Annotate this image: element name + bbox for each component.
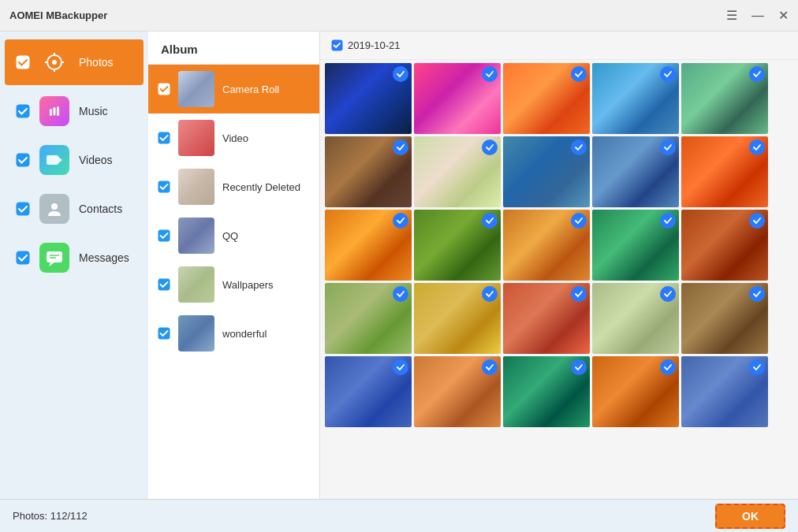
contacts-icon bbox=[39, 194, 69, 224]
photo-check-icon bbox=[393, 286, 408, 302]
videos-icon bbox=[39, 145, 69, 175]
svg-marker-18 bbox=[49, 262, 54, 266]
album-item-recently-deleted[interactable]: Recently Deleted bbox=[148, 162, 319, 211]
album-header: Album bbox=[148, 32, 319, 65]
check-icon bbox=[16, 104, 30, 118]
photo-check-icon bbox=[660, 213, 676, 229]
svg-point-15 bbox=[51, 203, 58, 210]
album-name-qq: QQ bbox=[222, 230, 238, 242]
svg-rect-8 bbox=[50, 109, 52, 116]
photo-check-icon bbox=[482, 140, 498, 155]
sidebar-label-photos: Photos bbox=[79, 56, 114, 69]
check-square-icon bbox=[331, 39, 343, 51]
photo-cell[interactable] bbox=[414, 63, 501, 134]
main-container: Photos Music Videos Contacts Messages Al… bbox=[0, 32, 798, 499]
photo-cell[interactable] bbox=[592, 283, 679, 354]
sidebar-item-videos[interactable]: Videos bbox=[5, 137, 144, 183]
photo-cell[interactable] bbox=[325, 283, 412, 354]
titlebar: AOMEI MBackupper ☰ — ✕ bbox=[0, 0, 798, 32]
close-button[interactable]: ✕ bbox=[778, 9, 789, 22]
album-item-wonderful[interactable]: wonderful bbox=[148, 309, 319, 358]
photo-check-icon bbox=[482, 286, 498, 302]
photo-cell[interactable] bbox=[503, 136, 590, 207]
photo-cell[interactable] bbox=[325, 63, 412, 134]
photo-grid-header: 2019-10-21 bbox=[320, 32, 798, 60]
photo-cell[interactable] bbox=[681, 136, 768, 207]
photo-cell[interactable] bbox=[414, 283, 501, 354]
photo-check-icon bbox=[482, 213, 498, 229]
album-check-icon bbox=[158, 83, 170, 95]
photo-cell[interactable] bbox=[681, 63, 768, 134]
album-thumbnail-video bbox=[178, 120, 214, 156]
sidebar-label-videos: Videos bbox=[79, 154, 113, 166]
photo-check-icon bbox=[749, 213, 765, 229]
album-check-icon bbox=[158, 327, 170, 340]
photo-check-icon bbox=[749, 66, 765, 82]
photo-cell[interactable] bbox=[503, 283, 590, 354]
album-name-video: Video bbox=[222, 132, 248, 144]
minimize-button[interactable]: — bbox=[751, 9, 764, 22]
photo-cell[interactable] bbox=[503, 356, 590, 427]
svg-marker-13 bbox=[58, 157, 62, 163]
album-name-camera-roll: Camera Roll bbox=[222, 84, 279, 95]
svg-point-2 bbox=[52, 60, 57, 65]
sidebar: Photos Music Videos Contacts Messages bbox=[0, 32, 148, 499]
photo-cell[interactable] bbox=[681, 210, 768, 281]
app-title: AOMEI MBackupper bbox=[9, 9, 726, 21]
check-icon bbox=[16, 202, 30, 216]
photo-check-icon bbox=[571, 66, 587, 82]
date-label: 2019-10-21 bbox=[348, 39, 401, 51]
sidebar-item-contacts[interactable]: Contacts bbox=[5, 186, 144, 232]
album-name-wallpapers: Wallpapers bbox=[222, 279, 274, 291]
photo-cell[interactable] bbox=[503, 63, 590, 134]
album-name-wonderful: wonderful bbox=[222, 328, 267, 340]
check-icon bbox=[16, 153, 30, 167]
svg-rect-17 bbox=[47, 251, 62, 262]
photo-cell[interactable] bbox=[414, 136, 501, 207]
photo-cell[interactable] bbox=[325, 356, 412, 427]
photo-cell[interactable] bbox=[414, 210, 501, 281]
album-check-icon bbox=[158, 180, 170, 193]
photo-cell[interactable] bbox=[414, 356, 501, 427]
photo-cell[interactable] bbox=[592, 63, 679, 134]
photo-cell[interactable] bbox=[592, 210, 679, 281]
album-thumbnail-qq bbox=[178, 218, 214, 254]
photo-cell[interactable] bbox=[325, 210, 412, 281]
svg-rect-10 bbox=[54, 107, 56, 116]
photo-check-icon bbox=[660, 140, 676, 155]
album-thumbnail-camera-roll bbox=[178, 71, 214, 107]
album-item-video[interactable]: Video bbox=[148, 113, 319, 162]
photo-check-icon bbox=[749, 286, 765, 302]
photo-check-icon bbox=[660, 286, 676, 302]
photo-grid bbox=[320, 60, 798, 499]
photo-cell[interactable] bbox=[592, 136, 679, 207]
photo-grid-panel: 2019-10-21 bbox=[320, 32, 798, 499]
bottom-bar: Photos: 112/112 OK bbox=[0, 499, 798, 532]
photo-cell[interactable] bbox=[592, 356, 679, 427]
album-item-camera-roll[interactable]: Camera Roll bbox=[148, 65, 319, 113]
photos-status: Photos: 112/112 bbox=[13, 510, 88, 522]
sidebar-item-music[interactable]: Music bbox=[5, 88, 144, 134]
photo-check-icon bbox=[393, 140, 408, 155]
album-list: Camera RollVideoRecently DeletedQQWallpa… bbox=[148, 65, 319, 499]
photo-check-icon bbox=[571, 359, 587, 375]
photo-check-icon bbox=[571, 286, 587, 302]
photo-cell[interactable] bbox=[681, 283, 768, 354]
album-item-wallpapers[interactable]: Wallpapers bbox=[148, 260, 319, 309]
photo-check-icon bbox=[749, 359, 765, 375]
list-icon[interactable]: ☰ bbox=[726, 9, 737, 22]
photo-check-icon bbox=[660, 66, 676, 82]
sidebar-item-photos[interactable]: Photos bbox=[5, 39, 144, 85]
sidebar-item-messages[interactable]: Messages bbox=[5, 235, 144, 281]
photo-check-icon bbox=[393, 213, 408, 229]
photo-cell[interactable] bbox=[325, 136, 412, 207]
check-icon bbox=[16, 55, 30, 69]
window-controls: ☰ — ✕ bbox=[726, 9, 789, 22]
album-thumbnail-wallpapers bbox=[178, 266, 214, 303]
photo-cell[interactable] bbox=[681, 356, 768, 427]
photo-cell[interactable] bbox=[503, 210, 590, 281]
photos-icon bbox=[39, 47, 69, 77]
album-thumbnail-wonderful bbox=[178, 315, 214, 352]
album-item-qq[interactable]: QQ bbox=[148, 211, 319, 260]
ok-button[interactable]: OK bbox=[715, 504, 785, 529]
